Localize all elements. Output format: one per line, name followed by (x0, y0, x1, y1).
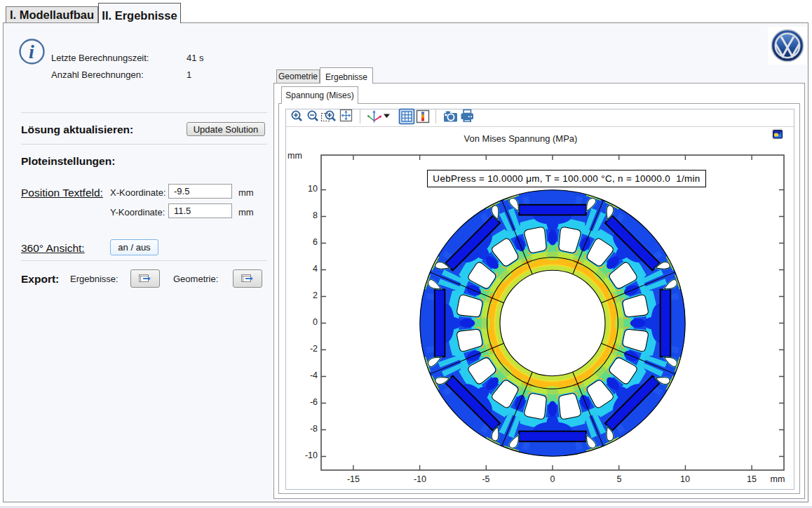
svg-text:i: i (29, 41, 34, 62)
